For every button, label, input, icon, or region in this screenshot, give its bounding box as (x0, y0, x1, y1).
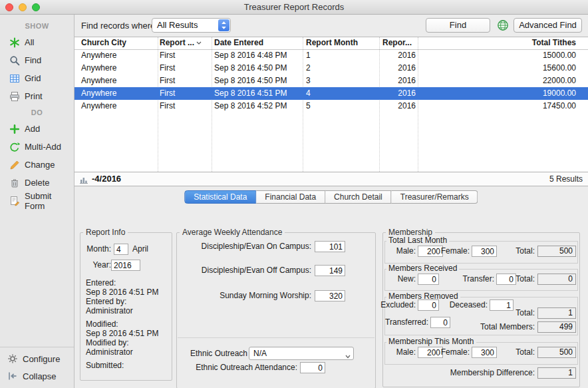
tab-financial-data[interactable]: Financial Data (256, 190, 325, 204)
male-label: Male: (396, 246, 416, 257)
discipleship-off-campus-input[interactable] (315, 265, 345, 276)
membership-group: Membership Total Last Month Male: Female… (382, 232, 580, 387)
traffic-lights (5, 3, 40, 11)
records-table: Church City Report ... Date Entered Repo… (74, 37, 588, 172)
ethnic-outreach-dropdown[interactable]: N/A (249, 347, 354, 360)
sidebar-item-add[interactable]: Add (0, 120, 74, 138)
cell-report-month: 1 (306, 49, 311, 62)
popup-arrows-icon (218, 19, 229, 31)
cell-report: First (160, 49, 175, 62)
cell-total-tithes: 22000.00 (543, 75, 576, 87)
submit-form-icon (9, 195, 20, 206)
total-label: Total: (515, 347, 535, 358)
transferred-label: Transferred: (385, 317, 428, 328)
cell-report-month: 4 (306, 87, 311, 100)
sunday-worship-input[interactable] (315, 290, 345, 301)
cell-report: First (160, 100, 175, 112)
female-input[interactable] (472, 246, 497, 257)
cell-date-entered: Sep 8 2016 4:50 PM (214, 62, 287, 75)
cell-report-year: 2016 (398, 49, 416, 62)
sidebar-item-grid[interactable]: Grid (0, 69, 74, 87)
advanced-find-button[interactable]: Advanced Find (514, 18, 582, 33)
ethnic-outreach-value: N/A (253, 347, 267, 359)
magnifier-icon (9, 55, 20, 66)
table-row[interactable]: Anywhere First Sep 8 2016 4:50 PM 3 2016… (74, 75, 588, 87)
cell-report-year: 2016 (398, 100, 416, 112)
table-row-selected[interactable]: Anywhere First Sep 8 2016 4:51 PM 4 2016… (74, 87, 588, 100)
total-label: Total: (515, 274, 535, 285)
tab-statistical-data[interactable]: Statistical Data (184, 190, 256, 204)
sidebar-item-collapse[interactable]: Collapse (0, 367, 74, 385)
column-header-report-month[interactable]: Report Month (306, 37, 358, 49)
tab-church-detail[interactable]: Church Detail (325, 190, 392, 204)
globe-icon[interactable] (496, 19, 510, 32)
deceased-input[interactable] (490, 299, 514, 311)
zoom-button[interactable] (32, 3, 40, 11)
table-row[interactable]: Anywhere First Sep 8 2016 4:52 PM 5 2016… (74, 100, 588, 112)
table-row[interactable]: Anywhere First Sep 8 2016 4:48 PM 1 2016… (74, 49, 588, 62)
cell-report-year: 2016 (398, 87, 416, 100)
sidebar-item-change[interactable]: Change (0, 156, 74, 174)
sidebar-item-label: Submit Form (25, 191, 74, 211)
male-input[interactable] (418, 246, 443, 257)
main-area: Find records where All Results Find Adva… (74, 15, 588, 388)
discipleship-on-campus-label: Discipleship/Evan On Campus: (202, 241, 311, 252)
record-chart-icon (79, 175, 88, 187)
minimize-button[interactable] (19, 3, 27, 11)
current-record-label: -4/2016 (92, 172, 121, 186)
results-filter-dropdown[interactable]: All Results (152, 18, 231, 33)
ethnic-attendance-input[interactable] (300, 362, 325, 373)
female-this-month-input[interactable] (472, 347, 497, 358)
sidebar-item-print[interactable]: Print (0, 87, 74, 105)
cell-total-tithes: 19000.00 (543, 87, 576, 100)
table-row[interactable]: Anywhere First Sep 8 2016 4:50 PM 2 2016… (74, 62, 588, 75)
column-header-total-tithes[interactable]: Total Tithes (532, 37, 576, 49)
find-button[interactable]: Find (426, 18, 490, 33)
sidebar-item-label: Configure (23, 354, 60, 364)
transferred-input[interactable] (430, 317, 450, 328)
sidebar-item-find[interactable]: Find (0, 51, 74, 69)
titlebar: Treasurer Report Records (0, 0, 588, 15)
cell-date-entered: Sep 8 2016 4:52 PM (214, 100, 287, 112)
discipleship-off-campus-label: Discipleship/Evan Off Campus: (202, 265, 311, 276)
report-info-title: Report Info (83, 228, 128, 237)
month-input[interactable] (114, 244, 128, 255)
grid-icon (9, 73, 20, 84)
transfer-input[interactable] (496, 274, 516, 285)
sidebar-item-submit-form[interactable]: Submit Form (0, 192, 74, 210)
results-filter-value: All Results (157, 19, 198, 32)
plus-icon (9, 123, 20, 134)
excluded-input[interactable] (418, 299, 439, 311)
year-input[interactable] (111, 260, 140, 271)
new-input[interactable] (418, 274, 439, 285)
attendance-title: Average Weekly Attendance (180, 228, 285, 237)
close-button[interactable] (5, 3, 13, 11)
members-received-total: 0 (537, 274, 576, 285)
tab-treasurer-remarks[interactable]: Treasurer/Remarks (392, 190, 478, 204)
sidebar-item-label: Multi-Add (25, 142, 61, 152)
cell-date-entered: Sep 8 2016 4:48 PM (214, 49, 287, 62)
modified-by-value: Administrator (86, 347, 158, 357)
male-this-month-input[interactable] (418, 347, 443, 358)
sidebar-item-label: Collapse (23, 371, 57, 381)
ethnic-outreach-label: Ethnic Outreach (190, 348, 247, 359)
sidebar-item-configure[interactable]: Configure (0, 350, 74, 367)
modified-label: Modified: (86, 319, 158, 329)
sidebar-item-label: Delete (25, 178, 50, 188)
column-header-church-city[interactable]: Church City (81, 37, 126, 49)
sidebar-item-multi-add[interactable]: Multi-Add (0, 138, 74, 156)
column-header-report[interactable]: Report ... (160, 37, 202, 49)
column-header-label: Report ... (160, 38, 194, 47)
discipleship-on-campus-input[interactable] (315, 241, 345, 252)
sidebar-footer: Configure Collapse (0, 347, 74, 388)
column-header-date-entered[interactable]: Date Entered (214, 37, 263, 49)
tab-bar: Statistical Data Financial Data Church D… (184, 190, 478, 204)
members-removed-total: 1 (537, 307, 576, 319)
sidebar-item-delete[interactable]: Delete (0, 174, 74, 192)
section-divider (178, 337, 374, 338)
sidebar-item-label: Find (25, 55, 41, 65)
column-header-report-year[interactable]: Repor... (382, 37, 412, 49)
sidebar-do-header: DO (0, 105, 74, 120)
sidebar-item-all[interactable]: All (0, 33, 74, 51)
total-members-label: Total Members: (480, 321, 535, 333)
